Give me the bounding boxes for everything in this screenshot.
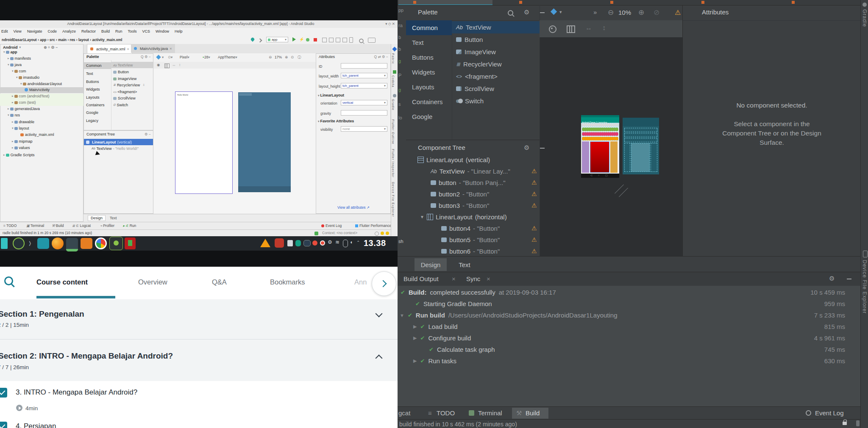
- tool-icon-4[interactable]: [342, 38, 347, 42]
- terminal-icon[interactable]: [469, 410, 474, 416]
- ctree-row-button5[interactable]: button5- "Button": [441, 236, 500, 243]
- toolbtn-todo[interactable]: TODO: [437, 409, 455, 417]
- menu-build[interactable]: Build: [101, 29, 110, 33]
- tree-item-gradle-scripts[interactable]: ▸Gradle Scripts: [3, 153, 35, 157]
- ctree-row-linearlayout-v[interactable]: LinearLayout(vertical): [417, 156, 490, 163]
- toolbtn-logcat-cut[interactable]: gcat: [398, 409, 410, 417]
- tree-item-manifests[interactable]: ▸manifests: [8, 56, 31, 61]
- palette-search-icon[interactable]: [508, 10, 513, 16]
- section-2-title[interactable]: Section 2: INTRO - Mengapa Belajar Andro…: [0, 351, 173, 361]
- toolbtn-flutter-performance[interactable]: Flutter Performance: [355, 224, 391, 228]
- palette-cat-legacy[interactable]: Legacy: [86, 119, 98, 123]
- toolbtn-terminal[interactable]: Terminal: [478, 409, 502, 417]
- palette-cat-containers[interactable]: Containers: [406, 94, 452, 109]
- palette-cat-common[interactable]: Common: [406, 20, 452, 35]
- palette-cat-buttons[interactable]: Buttons: [86, 80, 99, 84]
- ctree-gear-icon[interactable]: ⚙: [524, 144, 529, 152]
- palette-item-switch[interactable]: Switch: [452, 95, 540, 107]
- indent-status-icon[interactable]: [856, 420, 860, 426]
- tree-item-generatedjava[interactable]: ▸generatedJava: [8, 107, 40, 111]
- taskbar-files-icon[interactable]: [37, 238, 49, 249]
- menu-window[interactable]: Window: [156, 29, 169, 33]
- tabs-scroll-next-button[interactable]: [372, 271, 396, 296]
- lecture-video[interactable]: AndroidDasar1Layout [/run/media/arifaizi…: [0, 0, 398, 267]
- build-hammer-icon[interactable]: ⚒: [516, 409, 522, 417]
- menu-code[interactable]: Code: [47, 29, 57, 33]
- palette-cat-google[interactable]: Google: [406, 109, 452, 124]
- location-pin-icon[interactable]: [250, 37, 255, 41]
- build-minimize-icon[interactable]: [847, 279, 851, 279]
- attr-gravity-input[interactable]: [341, 110, 387, 116]
- attr-id-input[interactable]: [341, 63, 387, 69]
- lecture-4-title[interactable]: 4. Persiapan: [16, 422, 56, 428]
- section-2-chevron-icon[interactable]: [376, 355, 383, 362]
- device-icon[interactable]: [349, 37, 353, 43]
- ctree-row-button[interactable]: button- "Button Panj...": [431, 179, 506, 186]
- columns-icon[interactable]: [567, 25, 575, 33]
- build-line-5[interactable]: ▶✔Configure build: [413, 334, 471, 342]
- taskbar-device-icon[interactable]: [125, 237, 136, 249]
- palette-item-fragment[interactable]: <> <fragment>: [113, 90, 137, 94]
- lecture-3-title[interactable]: 3. INTRO - Mengapa Belajar Android?: [16, 388, 137, 397]
- ctree-row-button3[interactable]: button3- "Button": [431, 202, 489, 209]
- taskbar-firefox-icon[interactable]: [52, 237, 64, 249]
- section-1-chevron-icon[interactable]: [376, 310, 383, 318]
- tray-camera-icon[interactable]: [303, 240, 311, 246]
- device-select[interactable]: Pixel▾: [180, 55, 189, 59]
- navigate-back-icon[interactable]: [258, 39, 262, 43]
- build-line-7[interactable]: ▶✔Run tasks: [413, 357, 456, 364]
- menu-tools[interactable]: Tools: [128, 29, 137, 33]
- blueprint-preview-phone[interactable]: [623, 118, 659, 174]
- attr-section-linearlayout[interactable]: ▾LinearLayout: [318, 93, 344, 97]
- mode-tab-design[interactable]: Design: [88, 215, 106, 221]
- palette-gear-icon[interactable]: ⚙: [524, 8, 529, 16]
- tab-bookmarks[interactable]: Bookmarks: [270, 278, 305, 286]
- design-layers-icon[interactable]: [551, 8, 557, 15]
- breadcrumb[interactable]: ndroidDasar1Layout › app › src › main › …: [2, 38, 122, 42]
- palette-item-scrollview[interactable]: ScrollView: [113, 96, 136, 100]
- design-canvas[interactable]: Android Dasar 1 Layouting ◁ ○ ▢: [540, 37, 683, 272]
- tree-item-mipmap[interactable]: ▸mipmap: [12, 139, 33, 144]
- layout-switch-icon[interactable]: [368, 38, 376, 43]
- stripe-flutter-inspector[interactable]: Flutter Inspector: [392, 149, 395, 178]
- tree-item-java[interactable]: ▾java: [8, 63, 22, 67]
- attr-orientation-select[interactable]: vertical▾: [341, 100, 387, 105]
- zoom-fit-icon[interactable]: ⊙: [291, 55, 294, 59]
- attr-width-select[interactable]: tch_parent▾: [341, 73, 387, 78]
- tray-tablet-icon[interactable]: [343, 240, 348, 247]
- palette-item-switch[interactable]: ⏼Switch: [113, 103, 128, 107]
- component-tree-icons[interactable]: ⚙ −: [145, 132, 151, 136]
- cursor-mode-icon[interactable]: [375, 232, 379, 236]
- design-preview-phone[interactable]: Hello World: [175, 91, 233, 194]
- toolbar-overflow-icon[interactable]: »: [593, 8, 597, 16]
- taskbar-chevron-icon[interactable]: ❭: [28, 240, 32, 246]
- mode-tab-text[interactable]: Text: [452, 258, 477, 271]
- instant-run-icon[interactable]: ⚡: [299, 37, 304, 41]
- stripe-gradle[interactable]: Gradle: [862, 9, 868, 27]
- lecture-4-checkbox[interactable]: [0, 422, 7, 428]
- ctree-row-textview[interactable]: AbTextView- "Hello World!": [84, 145, 153, 152]
- stripe-gradle[interactable]: Gradle: [392, 99, 395, 110]
- ctree-row-button6[interactable]: button6- "Button": [441, 248, 500, 255]
- tray-red-icon[interactable]: [275, 238, 284, 248]
- palette-item-imageview[interactable]: ImageView: [113, 77, 136, 81]
- gradle-icon-small[interactable]: [393, 94, 396, 97]
- menu-refactor[interactable]: Refactor: [81, 29, 96, 33]
- tree-item-activity-main-xml[interactable]: activity_main.xml: [20, 133, 54, 137]
- palette-cat-google[interactable]: Google: [86, 110, 98, 115]
- api-select[interactable]: ▪28▾: [203, 55, 210, 59]
- design-canvas-light[interactable]: Hello World: [153, 69, 316, 214]
- menu-edit[interactable]: Edit: [1, 29, 8, 33]
- palette-item-imageview[interactable]: ImageView: [452, 46, 540, 58]
- v-constraint-icon[interactable]: ↕: [179, 63, 181, 67]
- gradle-elephant-icon[interactable]: [862, 3, 867, 7]
- tool-icon-3[interactable]: [336, 38, 340, 42]
- ctree-row-button2[interactable]: button2- "Button": [431, 191, 489, 198]
- tool-icon-2[interactable]: [329, 38, 334, 42]
- tray-keyboard-icon[interactable]: [287, 240, 293, 246]
- blueprint-preview-phone[interactable]: [238, 92, 291, 192]
- stop-icon[interactable]: [314, 38, 317, 41]
- tree-item-com-androidtest[interactable]: ▸com (androidTest): [12, 94, 50, 98]
- design-layers-caret[interactable]: ▾: [162, 55, 164, 59]
- warnings-icon[interactable]: ⚠: [675, 8, 681, 17]
